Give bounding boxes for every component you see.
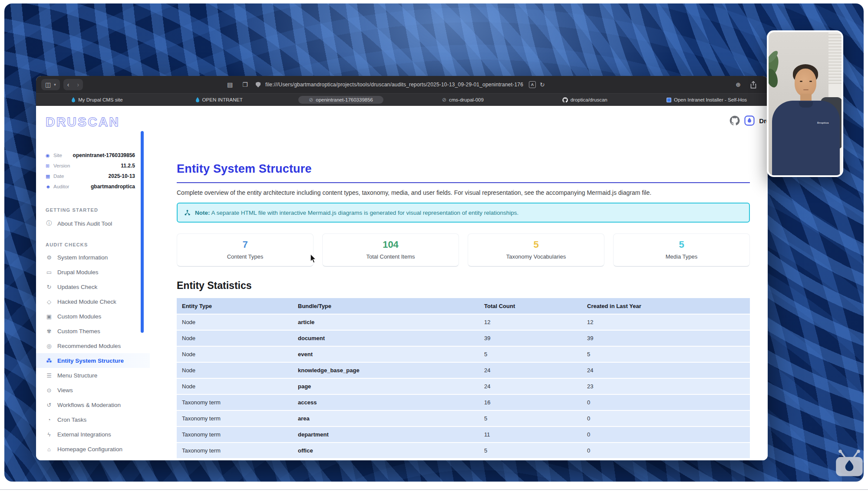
info-value: 2025-10-13 xyxy=(109,173,135,179)
table-row: Taxonomy termaccess160 xyxy=(177,395,750,410)
tab-label: droptica/druscan xyxy=(571,97,607,102)
tab-open-intranet[interactable]: OPEN INTRANET xyxy=(158,94,280,106)
section-getting-started: GETTING STARTED xyxy=(46,207,150,213)
note-callout: Note: A separate HTML file with interact… xyxy=(177,203,750,223)
info-value: 11.2.5 xyxy=(121,163,135,169)
eye-icon: ⊙ xyxy=(46,387,53,394)
stat-label: Total Content Items xyxy=(366,253,415,260)
sidebar-item-cron-tasks[interactable]: ◔Cron Tasks xyxy=(46,412,150,427)
summary-stats: 7 Content Types 104 Total Content Items … xyxy=(177,233,750,267)
info-label: Date xyxy=(53,174,64,179)
webcam-overlay: Droptica xyxy=(767,30,843,177)
reload-icon[interactable]: ↻ xyxy=(540,81,545,88)
col-bundle-type: Bundle/Type xyxy=(293,298,479,314)
sidebar-item-updates-check[interactable]: ↻Updates Check xyxy=(46,279,150,294)
github-icon xyxy=(562,97,568,103)
privacy-shield-icon[interactable] xyxy=(256,82,261,88)
sidebar-item-label: Workflows & Moderation xyxy=(57,402,121,408)
sidebar-item-hacked-module-check[interactable]: ◇Hacked Module Check xyxy=(46,294,150,309)
sidebar-item-recommended-modules[interactable]: ◎Recommended Modules xyxy=(46,338,150,353)
forward-icon[interactable]: › xyxy=(77,82,79,88)
share-icon[interactable] xyxy=(750,81,756,89)
diagram-icon xyxy=(184,210,191,216)
gear-icon: ⚙ xyxy=(46,254,53,261)
cell-created: 39 xyxy=(582,331,750,346)
translate-icon[interactable]: A xyxy=(529,81,536,88)
sidebar-item-views[interactable]: ⊙Views xyxy=(46,383,150,397)
stat-label: Media Types xyxy=(666,253,697,260)
sidebar-toggle-button[interactable]: ◫ ▾ xyxy=(41,79,60,90)
site-icon: ◉ xyxy=(46,153,52,158)
sidebar-item-custom-themes[interactable]: ✾Custom Themes xyxy=(46,324,150,338)
cell-total: 39 xyxy=(479,331,582,346)
tab-my-drupal-cms-site[interactable]: My Drupal CMS site xyxy=(36,94,158,106)
tab-label: cms-drupal-009 xyxy=(449,97,484,102)
chevron-down-icon: ▾ xyxy=(54,82,56,87)
frame-bottom-line xyxy=(0,489,868,490)
cell-entity-type: Taxonomy term xyxy=(177,427,293,442)
sidebar-item-about[interactable]: ⓘ About This Audit Tool xyxy=(46,216,150,231)
code-box-icon: ▣ xyxy=(46,313,53,320)
sidebar-item-external-integrations[interactable]: ϟExternal Integrations xyxy=(46,427,150,442)
installer-app-icon xyxy=(667,98,671,102)
target-icon: ◎ xyxy=(46,343,53,349)
col-entity-type: Entity Type xyxy=(177,298,293,314)
tab-overview-icon[interactable]: ❐ xyxy=(242,82,248,88)
palette-icon: ✾ xyxy=(46,328,53,335)
sidebar-item-drupal-modules[interactable]: ▭Drupal Modules xyxy=(46,265,150,279)
stat-card-content-types: 7 Content Types xyxy=(177,233,314,267)
table-row: Taxonomy termoffice50 xyxy=(177,443,750,458)
sidebar-item-label: Homepage Configuration xyxy=(57,446,122,453)
stat-value: 5 xyxy=(679,240,684,249)
sidebar-item-label: Views xyxy=(57,387,73,394)
report-header-links: Dro xyxy=(729,115,768,126)
sidebar-item-system-information[interactable]: ⚙System Information xyxy=(46,250,150,265)
mouse-cursor xyxy=(309,253,318,264)
tab-openintranet-active[interactable]: ⊘ openintranet-1760339856 xyxy=(280,94,402,106)
table-row: Nodepage2423 xyxy=(177,379,750,394)
tab-droptica-druscan[interactable]: droptica/druscan xyxy=(524,94,646,106)
sidebar-item-workflows-moderation[interactable]: ↺Workflows & Moderation xyxy=(46,397,150,412)
sidebar-item-label: System Information xyxy=(57,254,108,261)
sidebar-item-label: Updates Check xyxy=(57,284,97,290)
back-icon[interactable]: ‹ xyxy=(67,82,69,88)
cell-bundle: department xyxy=(293,427,479,442)
sidebar-item-custom-modules[interactable]: ▣Custom Modules xyxy=(46,309,150,324)
cycle-icon: ↺ xyxy=(46,402,53,408)
sidebar-item-label: Menu Structure xyxy=(57,372,97,379)
droptica-logo-icon[interactable] xyxy=(744,115,755,126)
page-description: Complete overview of the entity architec… xyxy=(177,189,750,196)
sidebar-item-entity-system-structure[interactable]: ⁂Entity System Structure xyxy=(36,353,150,368)
sidebar-item-homepage-configuration[interactable]: ⌂Homepage Configuration xyxy=(46,442,150,456)
sidebar-item-menu-structure[interactable]: ☰Menu Structure xyxy=(46,368,150,383)
cell-entity-type: Node xyxy=(177,347,293,362)
cell-total: 16 xyxy=(479,395,582,410)
browser-window: ◫ ▾ ‹ › ▤ ❐ file:///Users/gbartmandropti… xyxy=(36,76,768,460)
cell-created: 23 xyxy=(582,379,750,394)
table-header-row: Entity Type Bundle/Type Total Count Crea… xyxy=(177,298,750,314)
presenter-mouth xyxy=(803,89,809,90)
cell-total: 24 xyxy=(479,379,582,394)
stat-card-media-types: 5 Media Types xyxy=(613,233,750,267)
druscan-logo: DRUSCAN xyxy=(46,115,150,129)
sidebar-scrollbar[interactable] xyxy=(141,131,144,333)
clock-icon: ◔ xyxy=(46,417,53,423)
tab-cms-drupal-009[interactable]: ⊘ cms-drupal-009 xyxy=(402,94,524,106)
cell-bundle: office xyxy=(293,443,479,458)
info-row-version: ⊞ Version 11.2.5 xyxy=(46,161,135,171)
tab-open-intranet-installer[interactable]: Open Intranet Installer - Self-Hos xyxy=(646,94,768,106)
report-sidebar: DRUSCAN ◉ Site openintranet-1760339856 ⊞… xyxy=(36,106,150,460)
reader-icon[interactable]: ▤ xyxy=(227,82,233,88)
sidebar-item-database-log-errors[interactable]: ⚠Database Log Errors xyxy=(46,456,150,460)
sidebar-item-label: Custom Themes xyxy=(57,328,100,335)
address-bar[interactable]: file:///Users/gbartmandroptica/projects/… xyxy=(265,82,523,88)
sidebar-item-label: Recommended Modules xyxy=(57,343,121,349)
info-label: Auditor xyxy=(53,184,69,189)
stat-label: Content Types xyxy=(227,253,264,260)
generic-file-icon: ⊘ xyxy=(442,97,446,102)
info-label: Site xyxy=(53,153,62,158)
page-zoom-icon[interactable]: ⊕ xyxy=(736,82,741,88)
info-value: openintranet-1760339856 xyxy=(73,152,135,158)
github-icon[interactable] xyxy=(729,115,740,126)
cell-entity-type: Taxonomy term xyxy=(177,395,293,410)
